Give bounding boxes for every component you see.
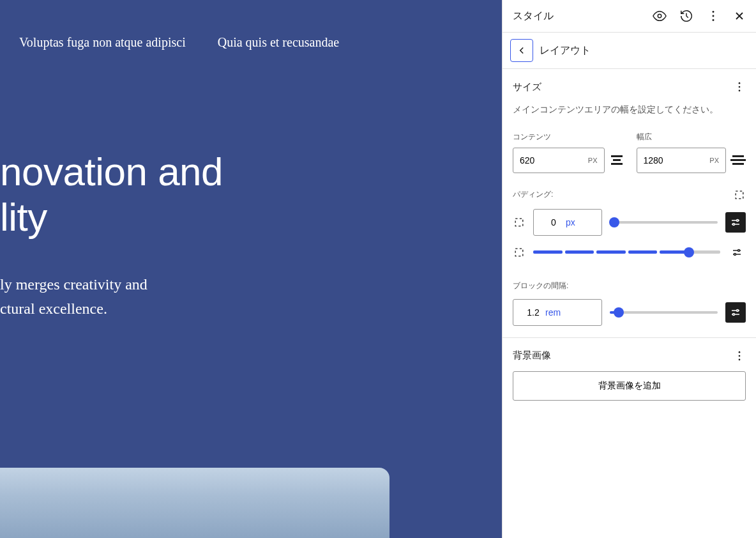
hero-image bbox=[0, 468, 389, 538]
content-width-unit[interactable]: PX bbox=[588, 157, 604, 164]
hero-title-line2: lity bbox=[0, 195, 47, 239]
svg-point-15 bbox=[733, 313, 735, 315]
svg-rect-7 bbox=[736, 191, 743, 199]
back-button[interactable] bbox=[510, 39, 533, 62]
wide-width-label: 幅広 bbox=[637, 132, 746, 142]
bg-title: 背景画像 bbox=[513, 350, 551, 362]
preview-canvas: Voluptas fuga non atque adipisci Quia qu… bbox=[0, 0, 502, 538]
block-gap-label: ブロックの間隔: bbox=[513, 281, 568, 290]
add-background-button[interactable]: 背景画像を追加 bbox=[513, 371, 746, 401]
svg-point-14 bbox=[737, 309, 739, 311]
padding-label: パディング: bbox=[513, 189, 553, 200]
svg-point-17 bbox=[739, 355, 741, 357]
hero-subtitle: ly merges creativity and ctural excellen… bbox=[0, 272, 502, 321]
svg-point-12 bbox=[738, 249, 740, 251]
breadcrumb-text: レイアウト bbox=[540, 44, 591, 58]
bg-more-icon[interactable] bbox=[733, 350, 746, 362]
padding-unit[interactable]: px bbox=[566, 217, 582, 227]
eye-icon[interactable] bbox=[653, 9, 667, 23]
align-center-icon[interactable] bbox=[611, 155, 623, 165]
svg-point-1 bbox=[713, 11, 714, 13]
content-width-field[interactable] bbox=[513, 155, 588, 165]
sidebar-header: スタイル bbox=[503, 0, 756, 33]
wide-width-input[interactable]: PX bbox=[637, 148, 727, 173]
align-wide-icon[interactable] bbox=[732, 155, 746, 165]
svg-point-9 bbox=[737, 219, 739, 221]
padding-step-slider[interactable] bbox=[533, 250, 720, 254]
block-gap-input[interactable]: rem bbox=[513, 299, 602, 326]
svg-point-13 bbox=[734, 253, 736, 255]
content-width-label: コンテンツ bbox=[513, 132, 623, 142]
padding-link-sides-icon[interactable] bbox=[733, 188, 746, 201]
padding-side-icon[interactable] bbox=[513, 216, 525, 229]
padding-value-field[interactable] bbox=[534, 217, 566, 227]
padding-slider[interactable] bbox=[610, 221, 718, 224]
size-title: サイズ bbox=[513, 81, 541, 93]
hero-content: novation and lity ly merges creativity a… bbox=[0, 149, 502, 321]
styles-sidebar: スタイル レイアウト サイズ メインコン bbox=[502, 0, 756, 538]
nav-link-1[interactable]: Voluptas fuga non atque adipisci bbox=[19, 35, 186, 50]
svg-point-16 bbox=[739, 351, 741, 353]
history-icon[interactable] bbox=[679, 9, 693, 23]
svg-point-0 bbox=[658, 14, 662, 18]
padding-settings-icon[interactable] bbox=[725, 212, 746, 233]
svg-point-10 bbox=[733, 223, 735, 225]
padding-input[interactable]: px bbox=[533, 209, 602, 236]
hero-title: novation and lity bbox=[0, 149, 502, 240]
svg-point-3 bbox=[713, 19, 714, 21]
close-icon[interactable] bbox=[733, 10, 746, 22]
svg-rect-11 bbox=[515, 249, 523, 256]
sidebar-title: スタイル bbox=[513, 10, 554, 23]
svg-point-2 bbox=[713, 15, 714, 17]
svg-point-6 bbox=[739, 90, 741, 92]
background-section: 背景画像 背景画像を追加 bbox=[503, 338, 756, 412]
wide-width-unit[interactable]: PX bbox=[709, 157, 725, 164]
block-gap-slider[interactable] bbox=[610, 311, 718, 314]
wide-width-field[interactable] bbox=[637, 155, 710, 165]
more-icon[interactable] bbox=[706, 9, 720, 23]
breadcrumb-row: レイアウト bbox=[503, 33, 756, 69]
preview-nav: Voluptas fuga non atque adipisci Quia qu… bbox=[0, 0, 502, 85]
block-gap-field[interactable] bbox=[513, 307, 545, 318]
size-description: メインコンテンツエリアの幅を設定してください。 bbox=[513, 102, 746, 118]
svg-point-5 bbox=[739, 86, 741, 88]
nav-link-2[interactable]: Quia quis et recusandae bbox=[218, 35, 339, 50]
padding-step-settings-icon[interactable] bbox=[728, 243, 746, 261]
hero-sub-line2: ctural excellence. bbox=[0, 300, 107, 317]
svg-rect-8 bbox=[515, 219, 523, 226]
svg-point-4 bbox=[739, 82, 741, 84]
size-section: サイズ メインコンテンツエリアの幅を設定してください。 コンテンツ PX bbox=[503, 69, 756, 338]
size-more-icon[interactable] bbox=[733, 81, 746, 93]
block-gap-unit[interactable]: rem bbox=[545, 307, 567, 318]
svg-point-18 bbox=[739, 358, 741, 360]
content-width-input[interactable]: PX bbox=[513, 148, 605, 173]
block-gap-settings-icon[interactable] bbox=[725, 302, 746, 323]
hero-sub-line1: ly merges creativity and bbox=[0, 276, 147, 293]
hero-title-line1: novation and bbox=[0, 150, 223, 194]
padding-side-icon-2[interactable] bbox=[513, 246, 525, 259]
